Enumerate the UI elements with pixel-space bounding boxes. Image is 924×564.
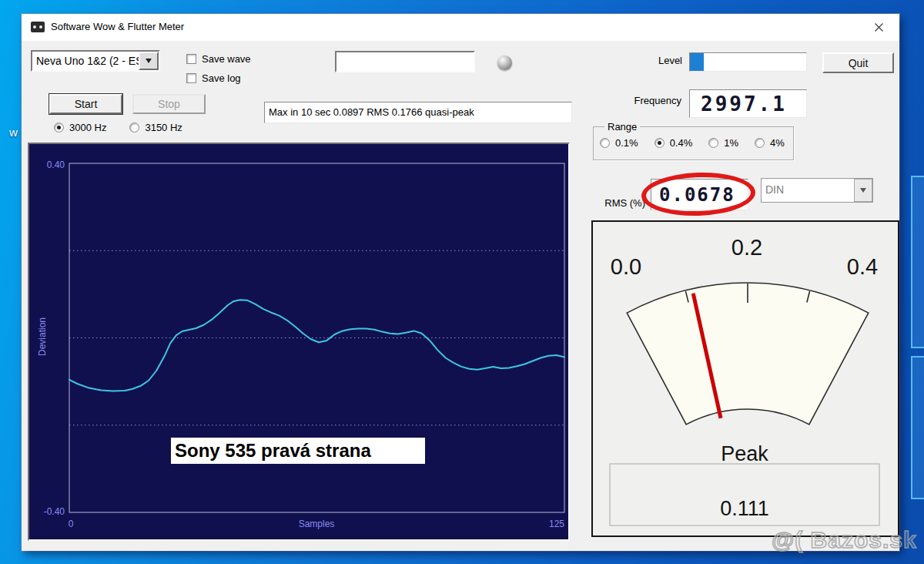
x-axis-right-tick: 125 — [549, 519, 564, 529]
toggle-label: 4% — [770, 137, 785, 149]
chevron-down-icon[interactable] — [139, 52, 159, 70]
chevron-down-icon[interactable] — [854, 179, 872, 202]
checkbox-save-wave[interactable]: Save wave — [186, 53, 251, 65]
toggle-label: 3000 Hz — [69, 122, 106, 133]
device-select-value: Neva Uno 1&2 (2 - ESI . — [32, 52, 139, 70]
close-icon — [874, 22, 884, 32]
peak-label: Peak — [721, 442, 768, 465]
radio-indicator — [54, 123, 64, 133]
y-axis-bottom-tick: -0.40 — [44, 506, 65, 517]
toggle-label: 3150 Hz — [145, 122, 182, 133]
title-bar: Software Wow & Flutter Meter — [22, 14, 899, 41]
chart-canvas: 0.40 -0.40 0 Samples 125 Deviation — [29, 144, 568, 539]
radio-indicator — [129, 123, 139, 133]
weighting-select-value: DIN — [762, 179, 854, 202]
status-readout: Max in 10 sec 0.0897 RMS 0.1766 quasi-pe… — [264, 102, 572, 123]
close-button[interactable] — [864, 14, 893, 41]
range-group-title: Range — [604, 121, 640, 133]
status-led-icon — [497, 55, 512, 70]
range-radios: 0.1%0.4%1%4% — [600, 137, 785, 149]
frequency-label: Frequency — [598, 95, 681, 106]
start-button[interactable]: Start — [49, 94, 122, 114]
radio-3150-hz[interactable]: 3150 Hz — [129, 122, 182, 133]
radio-3000-hz[interactable]: 3000 Hz — [54, 122, 106, 133]
rms-label: RMS (%) — [588, 197, 645, 209]
radio-indicator — [708, 138, 718, 148]
level-meter-fill — [690, 53, 704, 71]
range-group: Range 0.1%0.4%1%4% — [593, 126, 794, 160]
radio-0-4[interactable]: 0.4% — [654, 137, 693, 149]
chart-annotation: Sony 535 pravá strana — [171, 438, 425, 464]
wallpaper-rectangle — [911, 176, 924, 348]
level-meter — [689, 52, 807, 72]
radio-4[interactable]: 4% — [755, 137, 785, 149]
watermark: @( Bazos.sk — [772, 527, 917, 553]
scale-label-04: 0.4 — [847, 254, 878, 279]
stop-button[interactable]: Stop — [132, 94, 206, 114]
level-label: Level — [608, 55, 682, 66]
radio-indicator — [755, 138, 765, 148]
test-frequency-radios: 3000 Hz3150 Hz — [54, 122, 182, 133]
meter-canvas: 0.0 0.2 0.4 Peak 0.111 — [593, 222, 898, 535]
deviation-curve — [69, 300, 564, 391]
toggle-label: Save wave — [202, 53, 251, 65]
radio-indicator — [600, 138, 610, 148]
checkbox-indicator — [186, 73, 196, 83]
filename-input[interactable] — [335, 51, 475, 72]
cassette-app-icon — [31, 22, 45, 32]
wallpaper-rectangle — [911, 356, 924, 499]
window-title: Software Wow & Flutter Meter — [51, 21, 184, 32]
weighting-select[interactable]: DIN — [761, 178, 873, 203]
device-select[interactable]: Neva Uno 1&2 (2 - ESI . — [31, 50, 160, 72]
desktop-icon-label-fragment: w — [9, 126, 18, 139]
x-axis-title: Samples — [299, 519, 335, 529]
frequency-display: 2997.1 — [689, 89, 807, 118]
radio-1[interactable]: 1% — [708, 137, 738, 149]
chart-gridlines — [69, 250, 564, 425]
deviation-chart: 0.40 -0.40 0 Samples 125 Deviation Sony … — [28, 143, 570, 541]
peak-value: 0.111 — [720, 497, 769, 520]
rms-display: 0.0678 — [651, 179, 748, 210]
toggle-label: 1% — [724, 137, 738, 149]
scale-label-0: 0.0 — [611, 254, 641, 279]
y-axis-title: Deviation — [37, 317, 48, 356]
radio-indicator — [654, 138, 665, 148]
y-axis-top-tick: 0.40 — [47, 159, 65, 170]
analog-meter: 0.0 0.2 0.4 Peak 0.111 — [591, 220, 899, 537]
save-options: Save waveSave log — [186, 53, 251, 84]
radio-0-1[interactable]: 0.1% — [600, 137, 638, 149]
toggle-label: 0.1% — [615, 137, 638, 149]
toggle-label: 0.4% — [670, 137, 693, 149]
gauge-face — [627, 283, 869, 425]
quit-button[interactable]: Quit — [822, 52, 894, 73]
app-window: Software Wow & Flutter Meter Neva Uno 1&… — [22, 14, 899, 551]
checkbox-indicator — [186, 54, 196, 64]
checkbox-save-log[interactable]: Save log — [186, 72, 251, 84]
toggle-label: Save log — [202, 72, 241, 84]
scale-label-02: 0.2 — [732, 235, 762, 260]
x-axis-left-tick: 0 — [69, 519, 74, 529]
